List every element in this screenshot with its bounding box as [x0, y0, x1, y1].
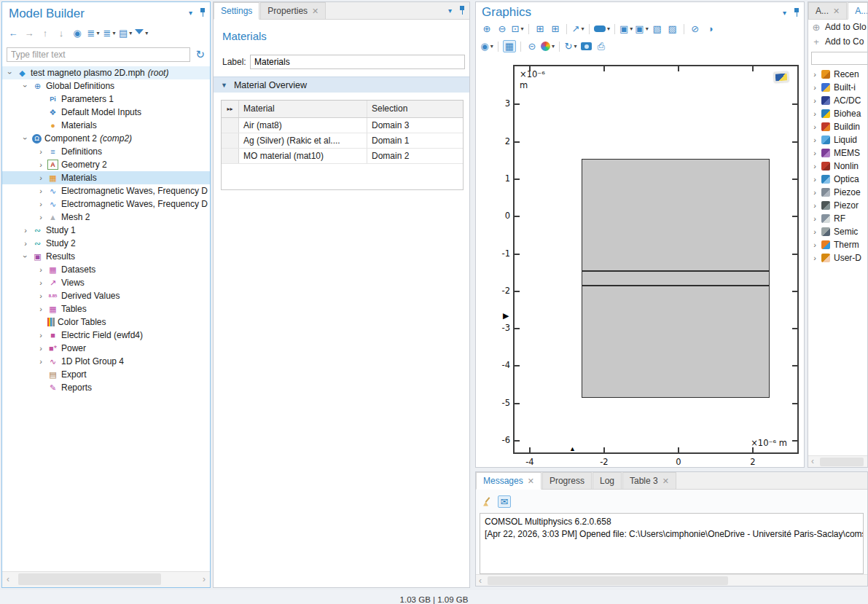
- chevron-right-icon[interactable]: ›: [36, 291, 46, 300]
- chevron-right-icon[interactable]: ›: [36, 160, 46, 169]
- chevron-right-icon[interactable]: ›: [36, 265, 46, 274]
- tree-item-derived-values[interactable]: ›8.85Derived Values: [2, 289, 210, 302]
- add-material-hscrollbar[interactable]: ‹: [808, 455, 867, 467]
- pin-icon[interactable]: [200, 8, 206, 17]
- email-log-icon[interactable]: ✉: [498, 495, 511, 508]
- messages-log[interactable]: COMSOL Multiphysics 6.2.0.658 [Apr 22, 2…: [480, 513, 864, 574]
- tree-item-1d-plot-group-4[interactable]: ›∿1D Plot Group 4: [2, 355, 210, 368]
- transparency-icon[interactable]: ◑: [704, 23, 717, 35]
- tab-log[interactable]: Log: [593, 472, 622, 489]
- move-up-icon[interactable]: ↑: [39, 27, 52, 39]
- material-category-buildin[interactable]: ›Buildin: [808, 120, 867, 133]
- chevron-right-icon[interactable]: ›: [810, 254, 820, 262]
- add-to-global-button[interactable]: ⊕ Add to Glo: [808, 20, 867, 34]
- material-category-piezor[interactable]: ›Piezor: [808, 199, 867, 212]
- view-icon[interactable]: ◉▾: [480, 40, 493, 52]
- material-search-input[interactable]: [811, 52, 868, 65]
- zoom-extents-icon[interactable]: ⊞: [533, 23, 547, 35]
- row-handle[interactable]: [222, 133, 239, 148]
- tree-item-study-2[interactable]: ›∾Study 2: [2, 237, 210, 250]
- chevron-right-icon[interactable]: ›: [20, 239, 31, 248]
- material-category-rf[interactable]: ›RF: [808, 212, 867, 225]
- chevron-right-icon[interactable]: ›: [36, 357, 46, 366]
- plot-image-icon[interactable]: [774, 71, 789, 82]
- tree-item-color-tables[interactable]: Color Tables: [2, 315, 210, 329]
- tree-item-electric-field-ewfd4-[interactable]: ›■Electric Field (ewfd4): [2, 329, 210, 342]
- refresh-icon[interactable]: ↻: [195, 48, 205, 61]
- scroll-thumb[interactable]: [820, 458, 864, 466]
- image-snapshot-icon[interactable]: ▣▾: [619, 23, 633, 35]
- clear-messages-icon[interactable]: [482, 497, 492, 507]
- expand-icon[interactable]: ≣▾: [87, 27, 100, 39]
- chevron-right-icon[interactable]: ›: [36, 147, 46, 156]
- scroll-left-icon[interactable]: ‹: [811, 456, 814, 466]
- pin-icon[interactable]: [794, 8, 799, 17]
- material-category-user-d[interactable]: ›User-D: [808, 251, 867, 264]
- scroll-thumb[interactable]: [488, 576, 728, 585]
- material-category-built-i[interactable]: ›Built-i: [808, 81, 867, 94]
- zoom-out-icon[interactable]: ⊖: [496, 23, 509, 35]
- tab-add-material-2[interactable]: A...: [848, 2, 868, 20]
- color-palette-icon[interactable]: ▾: [541, 40, 555, 52]
- tab-settings[interactable]: Settings: [214, 2, 259, 20]
- tab-progress[interactable]: Progress: [542, 472, 592, 489]
- table-row[interactable]: Ag (Silver) (Rakic et al....Domain 1: [222, 133, 463, 149]
- panel-menu-icon[interactable]: ▾: [448, 7, 452, 15]
- print-icon[interactable]: ⎙: [595, 40, 608, 52]
- chevron-right-icon[interactable]: ›: [810, 122, 820, 131]
- geometry-domain-1[interactable]: [582, 159, 769, 271]
- chevron-right-icon[interactable]: ›: [810, 96, 820, 105]
- back-icon[interactable]: ←: [7, 27, 20, 39]
- chevron-right-icon[interactable]: ›: [810, 109, 820, 118]
- node-text-icon[interactable]: ▤▾: [119, 27, 132, 39]
- filter-icon[interactable]: ▾: [135, 27, 148, 39]
- chevron-right-icon[interactable]: ›: [36, 173, 46, 182]
- default-view-icon[interactable]: ↗▾: [571, 23, 584, 35]
- scroll-thumb[interactable]: [18, 573, 161, 585]
- tree-item-mesh-2[interactable]: ›▲Mesh 2: [2, 211, 210, 224]
- panel-menu-icon[interactable]: ▾: [189, 9, 192, 17]
- close-icon[interactable]: ✕: [662, 476, 669, 486]
- scene-rotate-icon[interactable]: ↻▾: [564, 40, 577, 52]
- expand-columns-icon[interactable]: ▸▸: [222, 101, 239, 117]
- tab-add-material-1[interactable]: A... ✕: [808, 2, 847, 19]
- tree-item-component-2[interactable]: ›ΩComponent 2(comp2): [2, 132, 210, 145]
- label-input[interactable]: [250, 55, 465, 69]
- geometry-domain-3[interactable]: [582, 286, 769, 398]
- material-category-semic[interactable]: ›Semic: [808, 225, 867, 238]
- tree-item-electromagnetic-waves-frequency-d[interactable]: ›∿Electromagnetic Waves, Frequency D: [2, 184, 210, 197]
- table-row[interactable]: MO material (mat10)Domain 2: [222, 149, 463, 164]
- chevron-right-icon[interactable]: ›: [20, 226, 31, 235]
- tab-properties[interactable]: Properties ✕: [260, 2, 326, 19]
- scene-light-icon[interactable]: ▾: [594, 23, 610, 35]
- zoom-in-icon[interactable]: ⊕: [480, 23, 493, 35]
- tab-table-3[interactable]: Table 3 ✕: [622, 472, 676, 489]
- select-box-icon[interactable]: ▧: [651, 23, 664, 35]
- tree-item-default-model-inputs[interactable]: ❖Default Model Inputs: [2, 106, 210, 119]
- snapshot-camera-icon[interactable]: [579, 40, 593, 52]
- tree-item-electromagnetic-waves-frequency-d[interactable]: ›∿Electromagnetic Waves, Frequency D: [2, 197, 210, 211]
- tree-item-tables[interactable]: ›▦Tables: [2, 302, 210, 315]
- tree-item-export[interactable]: ▤Export: [2, 368, 210, 381]
- chevron-right-icon[interactable]: ›: [36, 187, 46, 195]
- chevron-right-icon[interactable]: ›: [810, 214, 820, 223]
- animation-icon[interactable]: ▣▾: [635, 23, 648, 35]
- material-category-ac-dc[interactable]: ›AC/DC: [808, 94, 867, 107]
- chevron-right-icon[interactable]: ›: [810, 136, 820, 144]
- chevron-right-icon[interactable]: ›: [36, 331, 46, 340]
- chevron-right-icon[interactable]: ›: [36, 344, 46, 353]
- plot-area[interactable]: ×10⁻⁶ m ×10⁻⁶ m: [513, 65, 799, 454]
- material-category-therm[interactable]: ›Therm: [808, 238, 867, 251]
- tree-item-power[interactable]: ›■*Power: [2, 342, 210, 355]
- hide-icon[interactable]: ⊘: [689, 23, 702, 35]
- chevron-right-icon[interactable]: ›: [810, 162, 820, 170]
- chevron-right-icon[interactable]: ›: [810, 201, 820, 210]
- scroll-left-icon[interactable]: ‹: [479, 576, 482, 586]
- tree-item-views[interactable]: ›↗Views: [2, 276, 210, 289]
- scroll-left-icon[interactable]: ‹: [7, 574, 9, 584]
- chevron-right-icon[interactable]: ›: [810, 227, 820, 236]
- pin-icon[interactable]: [459, 6, 465, 15]
- chevron-right-icon[interactable]: ›: [36, 213, 46, 221]
- tab-messages[interactable]: Messages ✕: [476, 472, 541, 490]
- zoom-box-icon[interactable]: ⊡▾: [511, 23, 524, 35]
